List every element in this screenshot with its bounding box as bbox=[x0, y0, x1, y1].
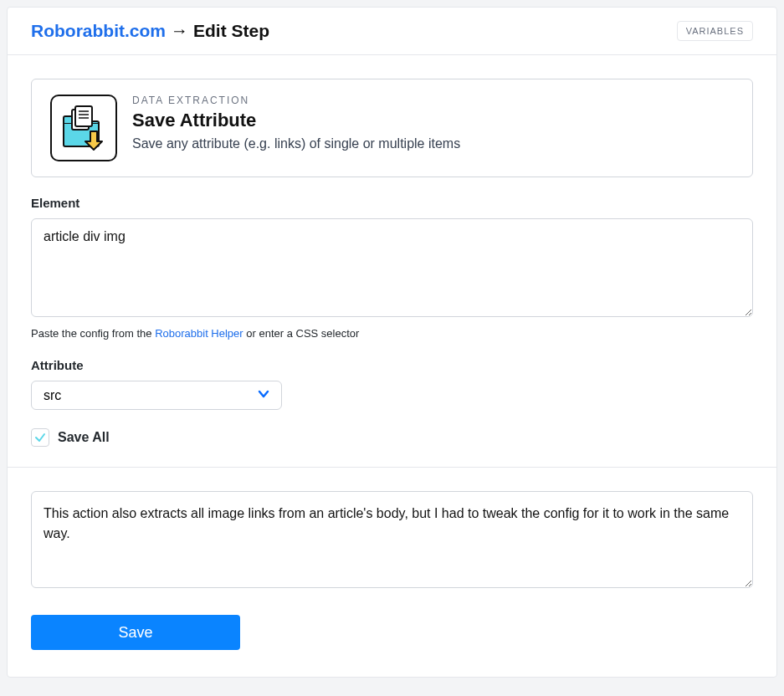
step-description: Save any attribute (e.g. links) of singl… bbox=[132, 136, 460, 151]
element-helper-text: Paste the config from the Roborabbit Hel… bbox=[31, 327, 753, 340]
save-all-checkbox[interactable] bbox=[31, 428, 49, 447]
step-summary-text: DATA EXTRACTION Save Attribute Save any … bbox=[132, 95, 460, 151]
site-link[interactable]: Roborabbit.com bbox=[31, 21, 166, 41]
form-body: DATA EXTRACTION Save Attribute Save any … bbox=[8, 55, 776, 677]
save-all-row: Save All bbox=[31, 428, 753, 447]
step-summary-box: DATA EXTRACTION Save Attribute Save any … bbox=[31, 79, 753, 177]
attribute-label: Attribute bbox=[31, 358, 753, 372]
section-divider bbox=[8, 467, 776, 468]
save-button[interactable]: Save bbox=[31, 615, 240, 650]
note-input[interactable] bbox=[31, 491, 753, 588]
breadcrumb-arrow: → bbox=[171, 21, 188, 41]
step-title: Save Attribute bbox=[132, 110, 460, 131]
step-category: DATA EXTRACTION bbox=[132, 95, 460, 106]
attribute-select[interactable]: src bbox=[31, 381, 282, 410]
edit-step-card: Roborabbit.com → Edit Step VARIABLES bbox=[7, 7, 777, 678]
save-all-label: Save All bbox=[58, 430, 110, 445]
page-header: Roborabbit.com → Edit Step VARIABLES bbox=[8, 8, 776, 55]
breadcrumb: Roborabbit.com → Edit Step bbox=[31, 21, 269, 41]
attribute-select-wrap: src bbox=[31, 381, 282, 410]
element-input[interactable] bbox=[31, 218, 753, 317]
svg-rect-1 bbox=[75, 106, 92, 126]
variables-button[interactable]: VARIABLES bbox=[677, 21, 753, 41]
page-title: Edit Step bbox=[193, 21, 269, 41]
element-label: Element bbox=[31, 196, 753, 210]
helper-link[interactable]: Roborabbit Helper bbox=[155, 327, 243, 340]
folder-download-icon bbox=[50, 95, 117, 161]
